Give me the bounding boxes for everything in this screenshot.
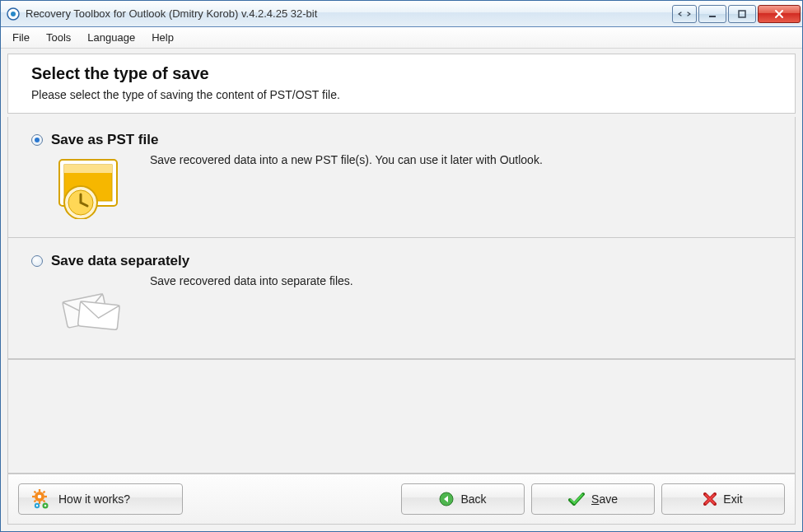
close-button[interactable] [758, 5, 801, 23]
x-icon [703, 492, 717, 506]
svg-point-22 [36, 505, 38, 506]
option-save-separately[interactable]: Save data separately [8, 238, 795, 359]
options-list: Save as PST file Save recovered da [7, 117, 796, 360]
how-it-works-button[interactable]: How it works? [18, 483, 183, 515]
app-icon [6, 7, 21, 21]
svg-point-12 [38, 495, 42, 499]
svg-line-18 [44, 501, 45, 502]
svg-rect-3 [739, 11, 745, 17]
option-title: Save data separately [51, 253, 189, 269]
option-save-as-pst[interactable]: Save as PST file Save recovered da [8, 117, 795, 238]
outlook-pst-icon [49, 153, 132, 221]
option-description: Save recovered data into separate files. [150, 274, 353, 287]
svg-line-17 [35, 492, 36, 493]
svg-rect-6 [64, 165, 112, 173]
expand-button[interactable] [672, 5, 697, 23]
svg-point-1 [11, 12, 16, 16]
exit-label: Exit [723, 492, 742, 506]
svg-line-20 [35, 501, 36, 502]
content-filler [7, 360, 796, 474]
svg-rect-2 [709, 16, 716, 17]
gears-icon [30, 489, 52, 509]
check-icon [568, 492, 585, 506]
exit-button[interactable]: Exit [661, 483, 785, 515]
menu-help[interactable]: Help [143, 30, 182, 45]
menu-language[interactable]: Language [79, 30, 143, 45]
menu-file[interactable]: File [4, 30, 38, 45]
window-title: Recovery Toolbox for Outlook (Dmitry Kor… [26, 7, 317, 20]
save-label: Save [591, 492, 618, 506]
page-header: Select the type of save Please select th… [7, 54, 796, 114]
page-subtitle: Please select the type of saving the con… [31, 88, 772, 101]
menubar: File Tools Language Help [1, 27, 802, 49]
window-controls [670, 5, 801, 23]
how-it-works-label: How it works? [58, 492, 130, 506]
back-button[interactable]: Back [401, 483, 525, 515]
app-window: Recovery Toolbox for Outlook (Dmitry Kor… [0, 0, 803, 532]
option-description: Save recovered data into a new PST file(… [150, 153, 543, 166]
option-title: Save as PST file [51, 132, 158, 148]
content-area: Select the type of save Please select th… [1, 49, 802, 531]
page-title: Select the type of save [31, 64, 772, 83]
envelopes-icon [49, 274, 132, 342]
save-button[interactable]: Save [531, 483, 655, 515]
menu-tools[interactable]: Tools [38, 30, 79, 45]
radio-save-separately[interactable] [31, 255, 43, 267]
back-label: Back [460, 492, 486, 506]
svg-line-19 [44, 492, 45, 493]
svg-rect-10 [77, 301, 119, 330]
maximize-button[interactable] [728, 5, 756, 23]
footer-bar: How it works? Back [7, 474, 796, 525]
svg-point-24 [44, 505, 47, 507]
radio-save-as-pst[interactable] [31, 134, 43, 146]
back-arrow-icon [439, 492, 454, 506]
minimize-button[interactable] [698, 5, 726, 23]
titlebar[interactable]: Recovery Toolbox for Outlook (Dmitry Kor… [1, 1, 802, 27]
